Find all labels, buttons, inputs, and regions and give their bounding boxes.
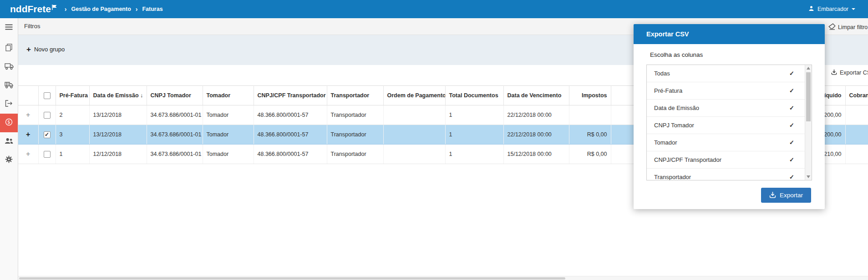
cell-data-vencimento: 22/12/2018 00:00 [503, 125, 569, 145]
chevron-down-icon [852, 8, 855, 10]
row-checkbox[interactable] [44, 112, 51, 119]
new-group-button[interactable]: + Novo grupo [26, 45, 65, 53]
cell-cnpj-cpf-transportador: 48.366.800/0001-57 [254, 125, 327, 145]
cell-impostos [569, 105, 611, 125]
sidebar-item-users[interactable] [0, 132, 18, 151]
column-list: Todas ✓ Pré-Fatura ✓ Data de Emissão ✓ C… [646, 65, 812, 180]
cell-total-documentos: 1 [445, 125, 503, 145]
cell-impostos: R$ 0,00 [569, 145, 611, 164]
option-label: Tomador [654, 139, 677, 146]
cell-cobranca [845, 145, 868, 164]
column-impostos[interactable]: Impostos [569, 86, 611, 105]
breadcrumb-gestao-de-pagamento[interactable]: Gestão de Pagamento [71, 6, 131, 12]
cell-data-emissao: 13/12/2018 [89, 105, 147, 125]
export-csv-button[interactable]: Exportar CSV [831, 69, 868, 76]
column-cnpj-cpf-transportador[interactable]: CNPJ/CPF Transportador [254, 86, 327, 105]
clear-filter-button[interactable]: Limpar filtro [828, 23, 868, 31]
cell-tomador: Tomador [203, 125, 254, 145]
app-logo[interactable]: nddFrete [10, 4, 51, 15]
option-label: CNPJ/CPF Transportador [654, 156, 721, 163]
cell-impostos: R$ 0,00 [569, 125, 611, 145]
sidebar-item-fleet[interactable] [0, 76, 18, 95]
cell-expand: + [18, 125, 38, 145]
list-scrollbar[interactable] [805, 65, 812, 180]
plus-icon: + [26, 45, 31, 53]
sidebar-item-truck[interactable] [0, 58, 18, 76]
check-icon: ✓ [789, 134, 794, 151]
column-option-tomador[interactable]: Tomador ✓ [647, 134, 812, 151]
export-csv-modal: Exportar CSV Escolha as colunas Todas ✓ … [634, 24, 825, 209]
check-icon: ✓ [789, 65, 794, 82]
column-option-data-emissao[interactable]: Data de Emissão ✓ [647, 100, 812, 117]
export-button-label: Exportar [780, 192, 803, 199]
horizontal-scrollbar[interactable] [18, 276, 868, 280]
cell-cnpj-tomador: 34.673.686/0001-01 [147, 125, 203, 145]
column-tomador[interactable]: Tomador [203, 86, 254, 105]
check-icon: ✓ [789, 117, 794, 134]
column-total-documentos[interactable]: Total Documentos [445, 86, 503, 105]
check-icon: ✓ [789, 100, 794, 116]
cell-total-documentos: 1 [445, 105, 503, 125]
app-logo-text: nddFrete [10, 4, 51, 14]
cell-checkbox: ✓ [38, 125, 56, 145]
column-option-transportador[interactable]: Transportador ✓ [647, 169, 812, 180]
column-data-vencimento[interactable]: Data de Vencimento [503, 86, 569, 105]
sidebar-item-export[interactable] [0, 95, 18, 114]
scroll-down-arrow[interactable] [807, 175, 810, 178]
column-transportador[interactable]: Transportador [327, 86, 383, 105]
column-option-cnpj-tomador[interactable]: CNPJ Tomador ✓ [647, 117, 812, 134]
check-icon: ✓ [789, 82, 794, 99]
modal-header: Exportar CSV [634, 24, 825, 44]
menu-toggle-button[interactable] [0, 18, 18, 37]
export-csv-label: Exportar CSV [840, 70, 868, 76]
cell-total-documentos: 1 [445, 145, 503, 164]
column-cnpj-tomador[interactable]: CNPJ Tomador [147, 86, 203, 105]
new-group-label: Novo grupo [34, 46, 65, 53]
sidebar-item-documents[interactable] [0, 39, 18, 58]
column-option-todas[interactable]: Todas ✓ [647, 65, 812, 82]
column-data-emissao[interactable]: Data de Emissão ↓ [89, 86, 147, 105]
select-all-checkbox[interactable] [44, 92, 51, 99]
column-label: Data de Emissão [93, 92, 139, 99]
row-checkbox-checked[interactable]: ✓ [44, 131, 51, 138]
users-icon [5, 138, 13, 146]
check-icon: ✓ [45, 131, 49, 138]
cell-tomador: Tomador [203, 105, 254, 125]
breadcrumb-separator: › [136, 5, 138, 13]
svg-text:$: $ [7, 120, 10, 125]
scrollbar-thumb[interactable] [806, 72, 811, 121]
column-cobranca[interactable]: Cobrança [845, 86, 868, 105]
column-option-pre-fatura[interactable]: Pré-Fatura ✓ [647, 82, 812, 100]
sidebar-item-settings[interactable] [0, 151, 18, 170]
cell-data-vencimento: 15/12/2018 00:00 [503, 145, 569, 164]
cell-pre-fatura: 3 [56, 125, 89, 145]
payment-icon: $ [5, 118, 13, 128]
column-pre-fatura[interactable]: Pré-Fatura [56, 86, 89, 105]
option-label: Data de Emissão [654, 105, 699, 111]
column-option-cnpj-cpf-transportador[interactable]: CNPJ/CPF Transportador ✓ [647, 151, 812, 169]
horizontal-scrollbar-thumb[interactable] [19, 277, 565, 280]
cell-pre-fatura: 1 [56, 145, 89, 164]
user-menu-label: Embarcador [817, 6, 848, 12]
breadcrumb-faturas[interactable]: Faturas [142, 6, 162, 12]
user-menu-button[interactable]: Embarcador [808, 5, 855, 13]
cell-checkbox [38, 145, 56, 164]
expand-row-icon[interactable]: + [26, 130, 30, 138]
download-icon [831, 69, 837, 76]
expand-row-icon[interactable]: + [26, 150, 30, 158]
check-icon: ✓ [789, 169, 794, 180]
scroll-up-arrow[interactable] [807, 67, 810, 70]
user-icon [808, 5, 814, 13]
eraser-icon [828, 23, 836, 31]
cell-cnpj-tomador: 34.673.686/0001-01 [147, 145, 203, 164]
sidebar: $ [0, 18, 18, 280]
cell-cobranca [845, 105, 868, 125]
row-checkbox[interactable] [44, 151, 51, 158]
column-ordem-pagamento[interactable]: Ordem de Pagamento [383, 86, 445, 105]
expand-row-icon[interactable]: + [26, 111, 30, 119]
sidebar-item-payments[interactable]: $ [0, 114, 18, 132]
top-navigation-bar: nddFrete › Gestão de Pagamento › Faturas… [0, 0, 868, 18]
export-button[interactable]: Exportar [761, 188, 811, 203]
cell-expand: + [18, 105, 38, 125]
cell-data-emissao: 13/12/2018 [89, 125, 147, 145]
